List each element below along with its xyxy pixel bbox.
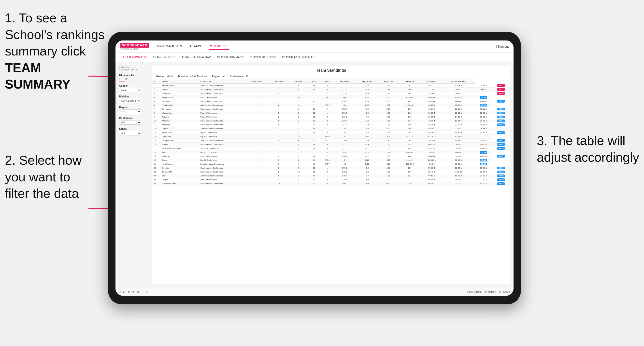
filter-minimum-rou: Minimum Rou... 4 30 [119, 74, 149, 81]
sub-nav-player-h2h-heatmap[interactable]: PLAYER H2H HEATMAP [280, 54, 317, 60]
sub-nav: TEAM SUMMARY TEAM H2H GRID TEAM H2H HEAT… [116, 53, 514, 62]
col-rnds: Rnds [308, 79, 321, 84]
sub-nav-team-h2h-heatmap[interactable]: TEAM H2H HEATMAP [179, 54, 213, 60]
col-avg-low: Avg. Low [378, 79, 398, 84]
table-row: 10AlabamaSoutheastern Conference-5823327… [152, 119, 510, 123]
col-conference: Conference [199, 79, 246, 84]
table-row: 23Texas A&MSoutheastern Conference-91030… [152, 170, 510, 174]
filter-school-select[interactable]: (All) [119, 131, 141, 136]
table-row: 19CaliforniaPac-12 Conference-48242278.2… [152, 154, 510, 158]
table-row: 22GeorgiaSoutheastern Conference-8721127… [152, 166, 510, 170]
logo-sub: Powered by clippi [120, 48, 149, 50]
toolbar-icons: ◁ ▷ ↻ ⬆ ⊞ ⋯ ⏱ [119, 290, 149, 294]
col-vs-top50: Vs Top 50 Points [442, 79, 474, 84]
table-row: 4Arizona StatePac-12 Conference-1261274.… [152, 95, 510, 99]
instruction-3: 3. The table will adjust accordingly [537, 133, 639, 166]
table-row: 2AuburnSoutheastern Conference-19276273.… [152, 88, 510, 92]
table-row: 1North CarolinaAtlantic Coast Conference… [152, 84, 510, 88]
table-row: 26Mississippi StateSoutheastern Conferen… [152, 182, 510, 186]
col-no-tour: No Tour [290, 79, 308, 84]
table-title: Team Standings [152, 66, 510, 74]
col-school: School [161, 79, 199, 84]
table-row: 11ArkansasSoutheastern Conference-682332… [152, 123, 510, 127]
toolbar-share-icon[interactable]: ⬆ [132, 290, 134, 294]
col-rank: # [152, 79, 161, 84]
table-row: 17East Tennessee StateSouthern Conferenc… [152, 147, 510, 151]
toolbar-forward-icon[interactable]: ▷ [123, 290, 126, 294]
sub-nav-team-summary[interactable]: TEAM SUMMARY [120, 54, 149, 60]
col-vs-top25: Vs Top 25 [422, 79, 442, 84]
table-row: 16FloridaSoutheastern Conference-7924427… [152, 143, 510, 147]
view-original-button[interactable]: View: Original [467, 291, 482, 293]
sub-nav-player-summary[interactable]: PLAYER SUMMARY [214, 54, 246, 60]
filter-slider[interactable] [119, 81, 139, 81]
filter-region-select[interactable]: N/A All [119, 109, 141, 114]
toolbar-view: View: Original 👁 Watch ▾ ⊞ Share [467, 291, 510, 293]
table-row: 12VirginiaAtlantic Coast Conference-3824… [152, 127, 510, 131]
sub-nav-player-h2h-grid[interactable]: PLAYER H2H GRID [248, 54, 278, 60]
table-filter-row: Gender: Men's Division: NCAA Division I … [152, 74, 510, 79]
table-row: 13Texas TechBig 12 Conference-19272276.0… [152, 131, 510, 135]
filters-sidebar: Update time: 27/03/2024 16:56:26 Minimum… [119, 66, 149, 284]
nav-tournaments[interactable]: TOURNAMENTS [156, 43, 182, 50]
table-scroll-area[interactable]: # School Conference Avg. Rank Conf Rank … [152, 79, 510, 284]
col-conf-rank: Conf Rank [268, 79, 290, 84]
filter-conference-select[interactable]: (All) [119, 120, 141, 125]
main-content: Update time: 27/03/2024 16:56:26 Minimum… [116, 62, 514, 288]
filter-conference-group: Conference (All) [119, 117, 149, 125]
toolbar-clock-icon[interactable]: ⏱ [146, 290, 149, 294]
col-avg-rank: Avg. Rank [246, 79, 268, 84]
col-adj-score: Adj. Score [334, 79, 356, 84]
nav-committee[interactable]: COMMITTEE [208, 43, 229, 50]
standings-table: # School Conference Avg. Rank Conf Rank … [152, 79, 510, 186]
toolbar-refresh-icon[interactable]: ↻ [128, 290, 130, 294]
col-overall-rd: Overall Rd. [398, 79, 422, 84]
tablet-screen: SCOREBOARD Powered by clippi TOURNAMENTS… [116, 40, 514, 296]
table-row: 15Georgia TechAtlantic Coast Conference-… [152, 139, 510, 143]
table-row: 9ArizonaPac-12 Conference-28234276.3-4.6… [152, 115, 510, 119]
col-wins: Wins [321, 79, 334, 84]
toolbar-back-icon[interactable]: ◁ [119, 290, 122, 294]
filter-school-group: School (All) [119, 128, 149, 136]
filter-division-select[interactable]: NCAA Division I NCAA Division II NCAA Di… [119, 99, 141, 103]
sub-nav-team-h2h-grid[interactable]: TEAM H2H GRID [150, 54, 178, 60]
table-row: 24DukeAtlantic Coast Conference-59271279… [152, 174, 510, 178]
update-time: Update time: 27/03/2024 16:56:26 [119, 66, 149, 71]
table-row: 18IllinoisBig Ten Conference-1271279.1-1… [152, 151, 510, 154]
nav-teams[interactable]: TEAMS [190, 43, 201, 50]
table-row: 5Ole MissSoutheastern Conference-3618127… [152, 99, 510, 103]
bottom-toolbar: ◁ ▷ ↻ ⬆ ⊞ ⋯ ⏱ View: Original 👁 Watch ▾ ⊞… [116, 288, 514, 296]
table-row: 14OklahomaBig 12 Conference-2241276.9-3.… [152, 135, 510, 139]
watch-button[interactable]: 👁 Watch ▾ [484, 291, 496, 293]
table-row: 20TexasBig 12 Conference-370.7278.971.44… [152, 158, 510, 162]
table-row: 6Florida StateAtlantic Coast Conference-… [152, 103, 510, 107]
nav-items: TOURNAMENTS TEAMS COMMITTEE [156, 43, 496, 50]
toolbar-bookmark-icon[interactable]: ⊞ [136, 290, 139, 294]
toolbar-grid-icon[interactable]: ⊞ [499, 291, 501, 293]
nav-sign-out[interactable]: | Sign out [496, 45, 509, 48]
instruction-2: 2. Select how you want to filter the dat… [5, 152, 82, 202]
logo-scoreboard: SCOREBOARD [120, 43, 149, 48]
col-avg-par: Avg. to Par [356, 79, 378, 84]
filter-gender-select[interactable]: Men's Women's [119, 88, 141, 92]
filter-division-group: Division NCAA Division I NCAA Division I… [119, 95, 149, 103]
table-row: 7TennesseeSoutheastern Conference-481822… [152, 107, 510, 111]
instruction-1: 1. To see a School's rankings summary cl… [5, 10, 108, 93]
logo-area: SCOREBOARD Powered by clippi [120, 43, 149, 50]
tablet-frame: SCOREBOARD Powered by clippi TOURNAMENTS… [108, 32, 521, 304]
table-area: Team Standings Gender: Men's Division: N… [152, 66, 510, 284]
filter-gender-group: Gender Men's Women's [119, 84, 149, 92]
table-row: 8WashingtonPac-12 Conference-28231276.3-… [152, 111, 510, 115]
filter-region-group: Region N/A All [119, 106, 149, 114]
table-row: 21New MexicoMountain West Conference-140… [152, 162, 510, 166]
share-button[interactable]: Share [503, 291, 510, 293]
nav-bar: SCOREBOARD Powered by clippi TOURNAMENTS… [116, 40, 514, 53]
toolbar-menu-icon[interactable]: ⋯ [141, 290, 144, 294]
table-row: 3VanderbiltSoutheastern Conference-25271… [152, 92, 510, 95]
table-row: 25OregonPac-12 Conference-97210279.5-1.3… [152, 178, 510, 182]
